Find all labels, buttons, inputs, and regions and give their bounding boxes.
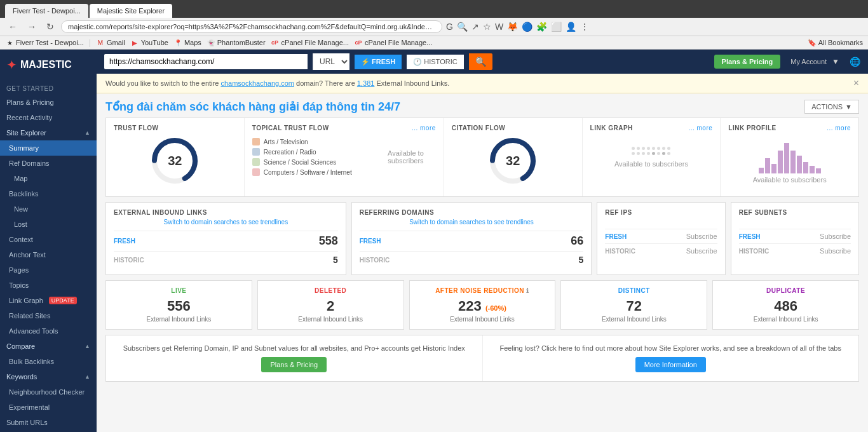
ref-subnets-fresh-subscribe[interactable]: Subscribe: [795, 233, 851, 240]
external-links-card: EXTERNAL INBOUND LINKS Switch to domain …: [105, 202, 346, 275]
ref-subnets-fresh-row: FRESH Subscribe: [739, 229, 851, 243]
alert-domain-link[interactable]: chamsockhachang.com: [220, 79, 294, 87]
alert-count-link[interactable]: 1,381: [357, 79, 375, 87]
sidebar-item-lost[interactable]: Lost: [0, 217, 97, 232]
sidebar-item-map[interactable]: Map: [0, 171, 97, 186]
ext3-icon[interactable]: 🧩: [536, 22, 547, 32]
ref-subnets-historic-subscribe[interactable]: Subscribe: [795, 247, 851, 255]
ext1-icon[interactable]: 🦊: [507, 22, 518, 32]
duplicate-card: DUPLICATE 486 External Inbound Links: [712, 280, 859, 330]
share-icon[interactable]: ↗: [471, 22, 479, 32]
sidebar-item-new[interactable]: New: [0, 201, 97, 217]
fresh-button[interactable]: ⚡ FRESH: [355, 55, 402, 69]
bookmark-cpanel2[interactable]: cP cPanel File Manage...: [354, 38, 432, 47]
bookmark-youtube[interactable]: ▶ YouTube: [130, 38, 168, 47]
bookmark-maps[interactable]: 📍 Maps: [173, 38, 201, 47]
sidebar-item-anchor-text[interactable]: Anchor Text: [0, 247, 97, 262]
bar-9: [816, 168, 821, 173]
window-icon[interactable]: ⬜: [551, 22, 562, 32]
sidebar-item-submit-urls[interactable]: Submit URLs: [0, 415, 97, 430]
distinct-value: 72: [570, 298, 698, 314]
google-icon[interactable]: G: [446, 22, 453, 32]
forward-button[interactable]: →: [24, 20, 39, 33]
page-header: Tổng đài chăm sóc khách hàng giải đáp th…: [97, 93, 868, 118]
profile-icon[interactable]: 👤: [566, 22, 576, 32]
url-input[interactable]: [104, 54, 308, 69]
chevron-up-icon: ▲: [85, 130, 90, 136]
search-action-icon[interactable]: 🔍: [457, 22, 468, 32]
menu-icon[interactable]: ⋮: [580, 22, 589, 32]
topical-more-link[interactable]: ... more: [412, 125, 436, 132]
address-bar[interactable]: majestic.com/reports/site-explorer?oq=ht…: [61, 20, 442, 33]
browser-chrome: Fiverr Test - Dewpoi... Majestic Site Ex…: [0, 0, 868, 50]
ref-ips-fresh-subscribe[interactable]: Subscribe: [661, 233, 717, 240]
sidebar-section-compare[interactable]: Compare ▲: [0, 339, 97, 354]
star-icon[interactable]: ☆: [483, 22, 491, 32]
actions-button[interactable]: ACTIONS ▼: [804, 100, 859, 114]
alert-close-button[interactable]: ×: [853, 78, 859, 89]
plans-pricing-button[interactable]: Plans & Pricing: [714, 55, 781, 69]
sidebar-item-link-graph[interactable]: Link Graph UPDATE: [0, 293, 97, 308]
url-type-select[interactable]: URL: [313, 53, 349, 70]
bookmark-phantombuster[interactable]: 👻 PhantomBuster: [207, 38, 266, 47]
topical-trust-flow-card: TOPICAL TRUST FLOW ... more Arts / Telev…: [245, 118, 444, 196]
globe-icon[interactable]: 🌐: [850, 57, 860, 67]
reload-button[interactable]: ↻: [43, 20, 57, 33]
historic-button[interactable]: 🕐 HISTORIC: [407, 55, 463, 69]
link-profile-more-link[interactable]: ... more: [827, 125, 851, 132]
bookmark-cpanel1[interactable]: cP cPanel File Manage...: [271, 38, 349, 47]
all-bookmarks[interactable]: 🔖 All Bookmarks: [808, 39, 863, 47]
external-historic-row: HISTORIC 5: [114, 251, 338, 268]
logo-star-icon: ✦: [6, 57, 17, 72]
sidebar-section-site-explorer[interactable]: Site Explorer ▲: [0, 125, 97, 140]
wordpress-icon[interactable]: W: [495, 22, 503, 32]
sidebar-item-related-sites[interactable]: Related Sites: [0, 308, 97, 323]
external-links-title: EXTERNAL INBOUND LINKS: [114, 209, 338, 216]
link-profile-chart: [735, 142, 844, 173]
footer-more-info-button[interactable]: More Information: [635, 357, 706, 372]
external-fresh-value: 558: [226, 234, 337, 248]
ref-ips-historic-subscribe[interactable]: Subscribe: [661, 247, 717, 255]
trust-flow-title: TRUST FLOW: [114, 125, 236, 132]
bookmark-gmail[interactable]: M Gmail: [96, 38, 125, 47]
top-bar: URL ⚡ FRESH 🕐 HISTORIC 🔍 Plans & Pricing…: [97, 50, 868, 74]
sidebar-item-pages[interactable]: Pages: [0, 262, 97, 278]
sidebar-item-plans[interactable]: Plans & Pricing: [0, 95, 97, 110]
link-graph-title: LINK GRAPH ... more: [590, 125, 713, 132]
after-noise-title: AFTER NOISE REDUCTION ℹ: [419, 287, 546, 294]
sidebar-section-get-started: GET STARTED: [0, 80, 97, 95]
topical-row-3: Computers / Software / Internet: [252, 168, 370, 176]
footer-plans-button[interactable]: Plans & Pricing: [261, 357, 327, 372]
my-account-link[interactable]: My Account: [790, 58, 827, 65]
topical-color-1: [252, 148, 260, 156]
sidebar-item-summary[interactable]: Summary: [0, 140, 97, 156]
sidebar-item-recent[interactable]: Recent Activity: [0, 110, 97, 125]
browser-tab-majestic[interactable]: Majestic Site Explorer: [90, 4, 172, 18]
bookmark-fiverr[interactable]: ★ Fiverr Test - Dewpoi...: [5, 38, 84, 47]
search-button[interactable]: 🔍: [469, 53, 492, 70]
sidebar-item-advanced-tools[interactable]: Advanced Tools: [0, 323, 97, 339]
sidebar-item-topics[interactable]: Topics: [0, 278, 97, 293]
sidebar-item-context[interactable]: Context: [0, 232, 97, 247]
link-graph-card: LINK GRAPH ... more: [583, 118, 721, 196]
cpanel2-icon: cP: [354, 38, 363, 47]
page-title: Tổng đài chăm sóc khách hàng giải đáp th…: [105, 100, 400, 114]
sidebar-item-ref-domains[interactable]: Ref Domains: [0, 156, 97, 171]
sidebar-logo: ✦ MAJESTIC: [0, 50, 97, 80]
back-button[interactable]: ←: [5, 20, 20, 33]
sidebar-item-backlinks[interactable]: Backlinks: [0, 186, 97, 201]
sidebar-item-neighbourhood[interactable]: Neighbourhood Checker: [0, 384, 97, 400]
sidebar-item-experimental[interactable]: Experimental: [0, 400, 97, 415]
citation-flow-title: CITATION FLOW: [452, 125, 574, 132]
app: ✦ MAJESTIC GET STARTED Plans & Pricing R…: [0, 50, 868, 432]
phantombuster-icon: 👻: [207, 38, 215, 47]
topical-available-overlay: Available to subscribers: [376, 138, 436, 171]
sidebar-item-bulk-backlinks[interactable]: Bulk Backlinks: [0, 354, 97, 369]
browser-tab-fiverr[interactable]: Fiverr Test - Dewpoi...: [5, 4, 88, 18]
cpanel1-icon: cP: [271, 38, 280, 47]
link-graph-more-link[interactable]: ... more: [688, 125, 712, 132]
footer-promo: Subscribers get Referring Domain, IP and…: [105, 335, 859, 382]
ext2-icon[interactable]: 🔵: [522, 22, 532, 32]
bar-8: [810, 166, 815, 173]
sidebar-section-keywords[interactable]: Keywords ▲: [0, 369, 97, 384]
